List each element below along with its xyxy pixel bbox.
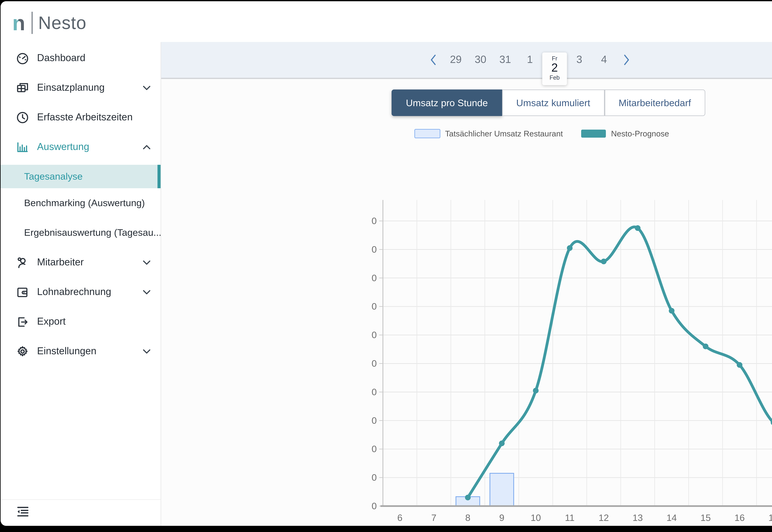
sidebar-item-label: Einsatzplanung xyxy=(37,82,105,93)
sidebar-item-dashboard[interactable]: Dashboard xyxy=(1,43,161,73)
y-tick-label: 300 xyxy=(371,415,377,426)
sidebar-item-lohnabrechnung[interactable]: Lohnabrechnung xyxy=(1,277,161,307)
date-item[interactable]: 3 xyxy=(567,54,592,66)
forecast-point[interactable] xyxy=(635,225,641,231)
x-tick-label: 16 xyxy=(734,513,745,523)
sidebar-item-label: Einstellungen xyxy=(37,346,96,357)
chevron-down-icon xyxy=(143,257,151,268)
x-tick-label: 13 xyxy=(633,513,643,523)
sidebar-footer xyxy=(1,499,161,526)
next-day-chevron-icon[interactable] xyxy=(616,49,637,70)
sidebar-item-label: Erfasste Arbeitszeiten xyxy=(37,112,133,123)
menu-fold-icon[interactable] xyxy=(16,505,30,520)
y-tick-label: 400 xyxy=(371,387,377,397)
x-tick-label: 15 xyxy=(701,513,711,523)
brand-divider xyxy=(31,12,33,34)
app-window: n n Nesto DashboardEinsatzplanungErfasst… xyxy=(1,1,772,526)
forecast-point[interactable] xyxy=(465,495,471,500)
selected-date-card[interactable]: Fr 2 Feb xyxy=(542,52,567,85)
sidebar-subitem-label: Ergebnisauswertung (Tagesau... xyxy=(24,227,161,238)
sidebar-item-label: Export xyxy=(37,316,66,327)
forecast-point[interactable] xyxy=(533,388,539,393)
sidebar-item-label: Mitarbeiter xyxy=(37,257,84,268)
sidebar-item-einsatzplanung[interactable]: Einsatzplanung xyxy=(1,73,161,102)
sidebar-item-auswertung[interactable]: Auswertung xyxy=(1,132,161,162)
x-tick-label: 7 xyxy=(431,513,436,523)
y-tick-label: 800 xyxy=(371,273,377,283)
forecast-point[interactable] xyxy=(499,441,505,446)
sidebar-item-einstellungen[interactable]: Einstellungen xyxy=(1,336,161,366)
gear-icon xyxy=(16,345,29,358)
x-tick-label: 12 xyxy=(599,513,609,523)
date-item[interactable]: 31 xyxy=(493,54,518,66)
y-tick-label: 1000 xyxy=(371,216,377,226)
date-navigation: 2930311Fr 2 Feb34 xyxy=(161,42,772,78)
sidebar-subitem-benchmarking-auswertung[interactable]: Benchmarking (Auswertung) xyxy=(1,188,161,218)
top-header: Karlsruhe xyxy=(161,1,772,43)
export-icon xyxy=(16,315,29,328)
sidebar-item-label: Auswertung xyxy=(37,141,89,152)
forecast-point[interactable] xyxy=(669,308,675,314)
y-tick-label: 100 xyxy=(371,472,377,483)
chevron-up-icon xyxy=(143,141,151,152)
forecast-point[interactable] xyxy=(601,259,607,264)
date-item[interactable]: 29 xyxy=(444,54,468,66)
forecast-point[interactable] xyxy=(737,362,743,368)
forecast-point[interactable] xyxy=(703,344,709,349)
chevron-down-icon xyxy=(143,286,151,297)
view-tabs: Umsatz pro StundeUmsatz kumuliertMitarbe… xyxy=(161,89,772,116)
chart-panel: Umsatz pro StundeUmsatz kumuliertMitarbe… xyxy=(161,79,772,526)
screenshot-stage: n n Nesto DashboardEinsatzplanungErfasst… xyxy=(0,0,772,532)
chart-icon xyxy=(16,140,29,153)
bar-hour-9[interactable] xyxy=(490,473,514,506)
legend-swatch-bar[interactable] xyxy=(414,129,440,138)
x-tick-label: 8 xyxy=(465,513,470,523)
brand-mark: n n xyxy=(12,12,25,33)
tab-mitarbeiterbedarf[interactable]: Mitarbeiterbedarf xyxy=(604,89,705,116)
revenue-chart: 0100200300400500600700800900100067891011… xyxy=(371,197,772,526)
y-tick-label: 200 xyxy=(371,444,377,454)
date-item[interactable]: 1 xyxy=(518,54,542,66)
forecast-line-series[interactable] xyxy=(468,227,772,498)
dashboard-icon xyxy=(16,52,29,64)
sidebar-subitem-ergebnisauswertung-tagesau[interactable]: Ergebnisauswertung (Tagesau... xyxy=(1,218,161,247)
sidebar-item-erfasste-arbeitszeiten[interactable]: Erfasste Arbeitszeiten xyxy=(1,102,161,132)
chart-legend: Tatsächlicher Umsatz RestaurantNesto-Pro… xyxy=(161,129,772,138)
selected-weekday: Fr xyxy=(542,55,567,62)
selected-day: 2 xyxy=(542,62,567,74)
sidebar: n n Nesto DashboardEinsatzplanungErfasst… xyxy=(1,1,161,526)
legend-label[interactable]: Tatsächlicher Umsatz Restaurant xyxy=(445,129,563,138)
chevron-down-icon xyxy=(143,82,151,93)
date-item[interactable]: 4 xyxy=(592,54,616,66)
y-tick-label: 500 xyxy=(371,358,377,369)
clock-icon xyxy=(16,111,29,124)
sidebar-subitem-label: Tagesanalyse xyxy=(24,171,83,182)
user-gear-icon xyxy=(16,256,29,269)
x-tick-label: 10 xyxy=(531,513,541,523)
tab-umsatz-kumuliert[interactable]: Umsatz kumuliert xyxy=(502,89,605,116)
tab-umsatz-pro-stunde[interactable]: Umsatz pro Stunde xyxy=(392,89,502,116)
chevron-down-icon xyxy=(143,346,151,357)
sidebar-subitem-label: Benchmarking (Auswertung) xyxy=(24,197,145,209)
forecast-point[interactable] xyxy=(567,245,573,251)
wallet-icon xyxy=(16,285,29,298)
selected-month: Feb xyxy=(542,74,567,81)
y-tick-label: 600 xyxy=(371,330,377,340)
sidebar-nav: DashboardEinsatzplanungErfasste Arbeitsz… xyxy=(1,43,161,366)
legend-label[interactable]: Nesto-Prognose xyxy=(611,129,669,138)
sidebar-item-label: Lohnabrechnung xyxy=(37,286,111,297)
y-tick-label: 700 xyxy=(371,301,377,312)
prev-day-chevron-icon[interactable] xyxy=(423,49,444,70)
y-tick-label: 0 xyxy=(371,501,377,511)
x-tick-label: 6 xyxy=(397,513,403,523)
sidebar-item-export[interactable]: Export xyxy=(1,307,161,336)
x-tick-label: 14 xyxy=(667,513,677,523)
legend-swatch-line[interactable] xyxy=(582,130,606,138)
sidebar-subitem-tagesanalyse[interactable]: Tagesanalyse xyxy=(1,165,161,188)
brand-logo[interactable]: n n Nesto xyxy=(12,9,86,37)
sidebar-item-label: Dashboard xyxy=(37,52,85,64)
date-item[interactable]: 30 xyxy=(468,54,493,66)
y-tick-label: 900 xyxy=(371,244,377,255)
sidebar-item-mitarbeiter[interactable]: Mitarbeiter xyxy=(1,247,161,277)
x-tick-label: 9 xyxy=(499,513,504,523)
